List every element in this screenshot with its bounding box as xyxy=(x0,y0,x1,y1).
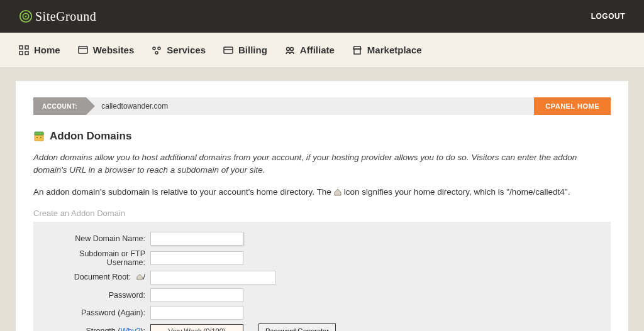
websites-icon xyxy=(78,45,88,55)
password-input[interactable] xyxy=(150,288,243,302)
nav-websites[interactable]: Websites xyxy=(78,45,135,55)
nav-home[interactable]: Home xyxy=(19,45,60,55)
account-label: ACCOUNT: xyxy=(33,97,86,115)
strength-why-link[interactable]: Why? xyxy=(120,327,140,331)
nav-home-label: Home xyxy=(34,45,60,55)
main-nav: Home Websites Services Billing Affiliate… xyxy=(0,33,644,68)
create-form: New Domain Name: Subdomain or FTP Userna… xyxy=(33,222,611,331)
nav-services[interactable]: Services xyxy=(152,45,206,55)
section-description-2: An addon domain's subdomain is relative … xyxy=(33,186,611,198)
brand-name: SiteGround xyxy=(35,9,96,24)
billing-icon xyxy=(223,45,233,55)
logout-link[interactable]: LOGOUT xyxy=(591,12,625,21)
nav-billing-label: Billing xyxy=(238,45,267,55)
svg-point-14 xyxy=(286,47,289,50)
svg-point-10 xyxy=(158,47,160,50)
svg-point-9 xyxy=(153,47,155,50)
top-bar: SiteGround LOGOUT xyxy=(0,0,644,33)
svg-rect-4 xyxy=(25,46,28,49)
label-password-again: Password (Again): xyxy=(43,308,150,317)
nav-affiliate-label: Affiliate xyxy=(300,45,335,55)
new-domain-input[interactable] xyxy=(150,232,243,246)
svg-rect-12 xyxy=(224,47,233,53)
svg-rect-16 xyxy=(354,49,360,54)
nav-services-label: Services xyxy=(167,45,206,55)
account-domain: calledtowander.com xyxy=(86,97,534,115)
content-area: Addon Domains Addon domains allow you to… xyxy=(16,115,628,331)
label-subdomain: Subdomain or FTP Username: xyxy=(43,249,150,267)
services-icon xyxy=(152,45,162,55)
account-bar: ACCOUNT: calledtowander.com CPANEL HOME xyxy=(33,97,611,115)
svg-point-11 xyxy=(155,52,158,54)
nav-affiliate[interactable]: Affiliate xyxy=(285,45,335,55)
label-new-domain: New Domain Name: xyxy=(43,234,150,243)
desc2-post: icon signifies your home directory, whic… xyxy=(344,186,570,198)
strength-meter: Very Weak (0/100) xyxy=(150,324,243,331)
svg-rect-5 xyxy=(19,52,23,55)
desc2-pre: An addon domain's subdomain is relative … xyxy=(33,186,331,198)
nav-marketplace-label: Marketplace xyxy=(367,45,422,55)
addon-domains-icon xyxy=(33,131,45,142)
form-title: Create an Addon Domain xyxy=(33,209,611,218)
home-grid-icon xyxy=(19,45,29,55)
section-title: Addon Domains xyxy=(33,130,611,143)
page-wrap: ACCOUNT: calledtowander.com CPANEL HOME … xyxy=(0,68,644,331)
svg-point-2 xyxy=(25,16,27,18)
nav-marketplace[interactable]: Marketplace xyxy=(352,45,422,55)
document-root-input[interactable] xyxy=(150,271,276,285)
section-description: Addon domains allow you to host addition… xyxy=(33,151,611,177)
label-password: Password: xyxy=(43,291,150,300)
svg-rect-18 xyxy=(35,132,43,135)
affiliate-icon xyxy=(285,45,295,55)
section-title-text: Addon Domains xyxy=(50,130,131,143)
brand-swirl-icon xyxy=(19,9,33,23)
password-generator-button[interactable]: Password Generator xyxy=(258,323,336,331)
label-strength: Strength (Why?): xyxy=(43,327,150,331)
svg-rect-7 xyxy=(79,46,87,53)
doc-root-slash: / xyxy=(143,273,145,281)
nav-billing[interactable]: Billing xyxy=(223,45,267,55)
home-directory-icon-small xyxy=(135,273,143,282)
cpanel-home-button[interactable]: CPANEL HOME xyxy=(534,97,611,115)
subdomain-input[interactable] xyxy=(150,251,243,265)
svg-rect-3 xyxy=(19,46,23,49)
password-again-input[interactable] xyxy=(150,306,243,320)
svg-point-20 xyxy=(40,137,42,138)
label-doc-root: Document Root: / xyxy=(43,273,150,282)
home-directory-icon xyxy=(333,188,342,197)
svg-rect-6 xyxy=(25,52,28,55)
brand-logo[interactable]: SiteGround xyxy=(19,9,96,24)
marketplace-icon xyxy=(352,45,362,55)
svg-point-15 xyxy=(290,47,293,50)
svg-point-19 xyxy=(36,137,38,138)
main-panel: ACCOUNT: calledtowander.com CPANEL HOME … xyxy=(15,80,629,331)
nav-websites-label: Websites xyxy=(93,45,135,55)
